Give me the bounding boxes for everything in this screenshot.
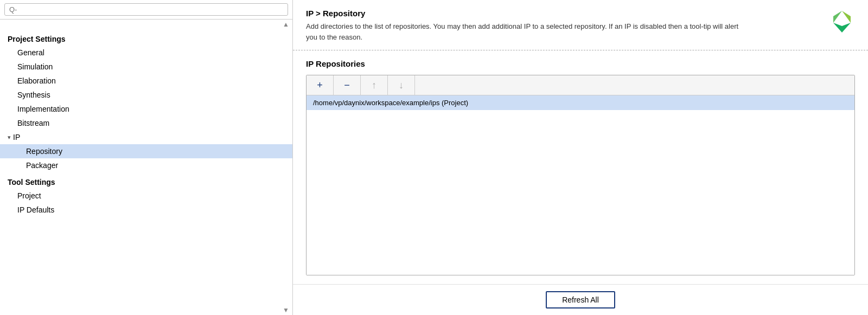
toolbar-row: + − ↑ ↓ (307, 75, 854, 95)
nav-scroll: ▲ Project Settings General Simulation El… (0, 20, 292, 315)
add-button[interactable]: + (307, 75, 334, 95)
sidebar-item-elaboration[interactable]: Elaboration (0, 74, 292, 88)
sidebar-item-synthesis[interactable]: Synthesis (0, 88, 292, 102)
svg-marker-1 (833, 11, 842, 23)
refresh-all-button[interactable]: Refresh All (546, 291, 615, 308)
svg-marker-2 (833, 23, 851, 33)
header-section: IP > Repository Add directories to the l… (293, 0, 868, 50)
app-logo (829, 9, 855, 35)
left-panel: ▲ Project Settings General Simulation El… (0, 0, 293, 315)
search-bar (0, 0, 292, 20)
scroll-down-indicator: ▼ (0, 305, 292, 315)
project-settings-header: Project Settings (0, 29, 292, 46)
sidebar-item-ip[interactable]: ▾ IP (0, 130, 292, 144)
right-panel: IP > Repository Add directories to the l… (293, 0, 868, 315)
footer-row: Refresh All (293, 284, 868, 315)
scroll-up-indicator: ▲ (0, 20, 292, 29)
sidebar-item-implementation[interactable]: Implementation (0, 102, 292, 116)
sidebar-item-bitstream[interactable]: Bitstream (0, 116, 292, 130)
header-text: IP > Repository Add directories to the l… (306, 9, 751, 42)
repo-box: + − ↑ ↓ /home/vp/daynix/workspace/exampl… (306, 75, 855, 275)
remove-button[interactable]: − (334, 75, 361, 95)
search-input[interactable] (4, 3, 288, 16)
content-section: IP Repositories + − ↑ ↓ /home/vp/daynix/… (293, 50, 868, 284)
sidebar-item-ip-label: IP (13, 133, 20, 142)
move-down-button[interactable]: ↓ (388, 75, 415, 95)
sidebar-item-ip-defaults[interactable]: IP Defaults (0, 203, 292, 217)
list-item[interactable]: /home/vp/daynix/workspace/example/ips (P… (307, 95, 854, 110)
page-description: Add directories to the list of repositor… (306, 21, 751, 42)
sidebar-item-packager[interactable]: Packager (0, 158, 292, 172)
sidebar-item-simulation[interactable]: Simulation (0, 60, 292, 74)
move-up-button[interactable]: ↑ (361, 75, 388, 95)
sidebar-item-general[interactable]: General (0, 46, 292, 60)
tool-settings-header: Tool Settings (0, 172, 292, 189)
sidebar-item-repository[interactable]: Repository (0, 144, 292, 158)
chevron-down-icon: ▾ (8, 134, 11, 141)
page-title: IP > Repository (306, 9, 751, 18)
svg-marker-0 (842, 11, 851, 23)
repo-list: /home/vp/daynix/workspace/example/ips (P… (307, 95, 854, 275)
sidebar-item-project[interactable]: Project (0, 189, 292, 203)
section-title: IP Repositories (306, 59, 855, 68)
